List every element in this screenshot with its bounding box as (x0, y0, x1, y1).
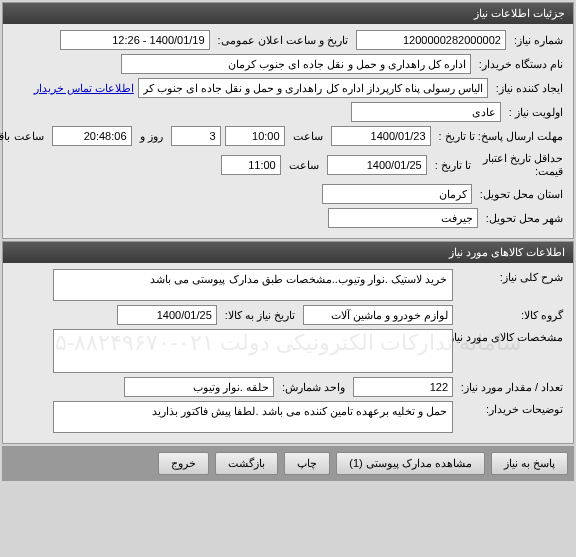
spec-field[interactable] (53, 329, 453, 373)
deadline-label: مهلت ارسال پاسخ: تا تاریخ : (435, 128, 567, 145)
group-field[interactable] (303, 305, 453, 325)
priority-label: اولویت نیاز : (505, 104, 567, 121)
notes-label: توضیحات خریدار: (457, 401, 567, 418)
min-valid-label: حداقل تاریخ اعتبار (479, 150, 567, 165)
panel1-header: جزئیات اطلاعات نیاز (3, 3, 573, 24)
view-attachments-button[interactable]: مشاهده مدارک پیوستی (1) (336, 452, 485, 475)
need-details-panel: جزئیات اطلاعات نیاز شماره نیاز: تاریخ و … (2, 2, 574, 239)
deadline-time-field[interactable] (225, 126, 285, 146)
buyer-field[interactable] (121, 54, 471, 74)
remaining-field[interactable] (52, 126, 132, 146)
province-label: استان محل تحویل: (476, 186, 567, 203)
remaining-label: ساعت باقی مانده (0, 128, 48, 145)
min-valid-time-field[interactable] (221, 155, 281, 175)
saat-label1: ساعت (289, 128, 327, 145)
need-date-label: تاریخ نیاز به کالا: (221, 307, 299, 324)
priority-field[interactable] (351, 102, 501, 122)
qty-label: تعداد / مقدار مورد نیاز: (457, 379, 567, 396)
need-no-label: شماره نیاز: (510, 32, 567, 49)
goods-info-panel: اطلاعات کالاهای مورد نیاز سامانه تدارکات… (2, 241, 574, 444)
back-button[interactable]: بازگشت (215, 452, 278, 475)
reply-button[interactable]: پاسخ به نیاز (491, 452, 568, 475)
deadline-date-field[interactable] (331, 126, 431, 146)
notes-field[interactable] (53, 401, 453, 433)
days-field[interactable] (171, 126, 221, 146)
buyer-label: نام دستگاه خریدار: (475, 56, 567, 73)
min-valid-date-field[interactable] (327, 155, 427, 175)
desc-field[interactable] (53, 269, 453, 301)
contact-link[interactable]: اطلاعات تماس خریدار (34, 82, 134, 95)
qty-field[interactable] (353, 377, 453, 397)
city-field[interactable] (328, 208, 478, 228)
creator-label: ایجاد کننده نیاز: (492, 80, 567, 97)
saat-label2: ساعت (285, 157, 323, 174)
print-button[interactable]: چاپ (284, 452, 330, 475)
need-no-field[interactable] (356, 30, 506, 50)
need-date-field[interactable] (117, 305, 217, 325)
province-field[interactable] (322, 184, 472, 204)
unit-label: واحد شمارش: (278, 379, 349, 396)
group-label: گروه کالا: (457, 307, 567, 324)
min-valid-label2: قیمت: (479, 165, 567, 180)
ann-time-field[interactable] (60, 30, 210, 50)
exit-button[interactable]: خروج (158, 452, 209, 475)
panel2-header: اطلاعات کالاهای مورد نیاز (3, 242, 573, 263)
button-bar: پاسخ به نیاز مشاهده مدارک پیوستی (1) چاپ… (2, 446, 574, 481)
creator-field[interactable] (138, 78, 488, 98)
min-valid-sub: تا تاریخ : (431, 157, 475, 174)
city-label: شهر محل تحویل: (482, 210, 567, 227)
spec-label: مشخصات کالای مورد نیاز: (457, 329, 567, 346)
unit-field[interactable] (124, 377, 274, 397)
ann-time-label: تاریخ و ساعت اعلان عمومی: (214, 32, 352, 49)
days-and-label: روز و (136, 128, 167, 145)
desc-label: شرح کلی نیاز: (457, 269, 567, 286)
